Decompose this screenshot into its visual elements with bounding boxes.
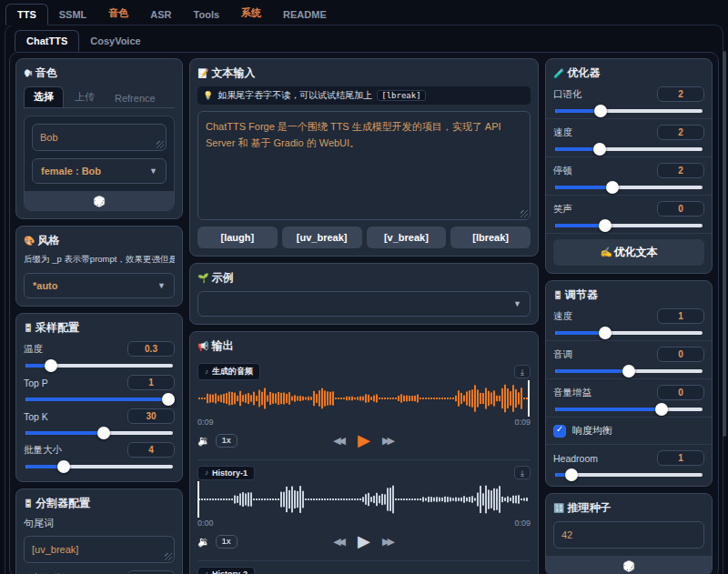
tab-system[interactable]: 系统: [230, 2, 272, 25]
resize-handle-icon[interactable]: [157, 141, 164, 148]
v-break-token-button[interactable]: [v_break]: [367, 227, 447, 248]
testtube-icon: 🧪: [553, 68, 564, 78]
tab-asr[interactable]: ASR: [139, 5, 182, 25]
middle-column: 📝 文本输入 💡 如果尾字吞字不读，可以试试结尾加上 [lbreak] Chat…: [189, 58, 539, 571]
audio-label-chip: ♪ History-1: [197, 466, 255, 480]
tab-tools[interactable]: Tools: [183, 5, 231, 25]
chattts-panel: 🗣 音色 选择 上传 Refrence Bob female : Bob ▼: [9, 52, 719, 574]
volume-gain-value[interactable]: 0: [657, 385, 704, 400]
lbreak-token-button[interactable]: [lbreak]: [450, 227, 531, 248]
slider-knob[interactable]: [593, 143, 606, 156]
scrollbar[interactable]: [723, 51, 726, 437]
batch-size-value[interactable]: 4: [127, 442, 175, 458]
play-button[interactable]: ▶: [358, 531, 370, 551]
playback-speed-button[interactable]: 1x: [216, 535, 238, 549]
style-dropdown[interactable]: *auto ▼: [24, 273, 175, 298]
dice-icon: 🎲: [622, 560, 635, 571]
slider-knob[interactable]: [565, 468, 578, 481]
tab-chattts[interactable]: ChatTTS: [15, 30, 79, 52]
split-threshold-slider: 分割阈值 100: [24, 570, 175, 574]
headroom-slider: Headroom 1: [553, 450, 704, 477]
seed-input[interactable]: 42: [553, 521, 704, 549]
main-tab-bar: TTS SSML 音色 ASR Tools 系统 README: [0, 0, 728, 25]
volume-icon[interactable]: 🔉: [197, 435, 210, 447]
slider-knob[interactable]: [599, 327, 612, 339]
slider-knob[interactable]: [97, 427, 110, 439]
resize-handle-icon[interactable]: [165, 553, 172, 560]
slider-knob[interactable]: [599, 219, 612, 232]
slider-knob[interactable]: [622, 365, 635, 378]
speed-opt-value[interactable]: 2: [657, 125, 704, 140]
loudness-eq-checkbox-row: 响度均衡: [553, 424, 704, 438]
knobs-icon: 🎛: [553, 290, 562, 300]
examples-dropdown[interactable]: ▼: [197, 291, 531, 317]
bulb-icon: 💡: [203, 91, 213, 100]
top-k-slider: Top K 30: [24, 408, 175, 435]
slider-knob[interactable]: [162, 393, 175, 406]
random-seed-button[interactable]: 🎲: [546, 556, 712, 574]
tab-readme[interactable]: README: [272, 5, 338, 25]
playhead-cursor[interactable]: [528, 380, 530, 417]
uv-break-token-button[interactable]: [uv_break]: [282, 227, 362, 248]
lbreak-code: [lbreak]: [377, 90, 425, 101]
slider-knob[interactable]: [655, 403, 668, 416]
laugh-token-button[interactable]: [laugh]: [197, 227, 278, 248]
tab-ssml[interactable]: SSML: [48, 5, 98, 25]
time-current: 0:09: [197, 418, 214, 427]
audio-label-chip: ♪ History-2: [197, 567, 255, 574]
text-input-card: 📝 文本输入 💡 如果尾字吞字不读，可以试试结尾加上 [lbreak] Chat…: [189, 58, 539, 257]
style-hint-text: 后缀为 _p 表示带prompt，效果更强但是影响质量: [24, 254, 175, 266]
voice-tab-select[interactable]: 选择: [24, 86, 64, 107]
voice-tab-upload[interactable]: 上传: [66, 87, 104, 107]
download-button[interactable]: ⤓: [514, 365, 531, 378]
temperature-slider: 温度 0.3: [24, 341, 175, 368]
seedling-icon: 🌱: [197, 273, 208, 283]
top-p-value[interactable]: 1: [127, 375, 175, 390]
splitter-card: 🎛 分割器配置 句尾词 [uv_break] 分割阈值 100: [15, 488, 183, 574]
volume-icon[interactable]: 🔉: [197, 536, 210, 548]
tab-voice[interactable]: 音色: [97, 2, 139, 25]
optimize-text-button[interactable]: ✍️优化文本: [553, 239, 704, 266]
skip-back-icon[interactable]: ◀◀: [333, 536, 346, 548]
tab-tts[interactable]: TTS: [5, 4, 48, 25]
oral-slider: 口语化 2: [553, 86, 704, 113]
resize-handle-icon[interactable]: [521, 210, 528, 217]
playback-speed-button[interactable]: 1x: [216, 434, 238, 448]
token-buttons: [laugh] [uv_break] [v_break] [lbreak]: [197, 227, 531, 248]
style-card: 🎨 风格 后缀为 _p 表示带prompt，效果更强但是影响质量 *auto ▼: [15, 226, 183, 307]
adjuster-card: 🎛 调节器 速度 1 音调 0: [545, 280, 713, 487]
time-total: 0:09: [514, 519, 531, 528]
skip-back-icon[interactable]: ◀◀: [333, 435, 346, 447]
speed-adj-value[interactable]: 1: [657, 308, 704, 324]
random-voice-button[interactable]: 🎲: [25, 191, 174, 210]
slider-knob[interactable]: [45, 359, 57, 372]
temperature-value[interactable]: 0.3: [127, 341, 175, 357]
slider-knob[interactable]: [57, 460, 70, 473]
voice-tabs: 选择 上传 Refrence: [24, 86, 175, 108]
download-button[interactable]: ⤓: [514, 466, 531, 479]
tab-cosyvoice[interactable]: CosyVoice: [79, 31, 151, 51]
playhead-cursor[interactable]: [197, 481, 199, 518]
waveform[interactable]: [197, 481, 531, 518]
break-value[interactable]: 2: [657, 163, 704, 178]
play-button[interactable]: ▶: [358, 430, 370, 450]
pitch-value[interactable]: 0: [657, 347, 704, 362]
split-threshold-value[interactable]: 100: [127, 570, 175, 574]
headroom-value[interactable]: 1: [657, 450, 704, 466]
loudness-eq-checkbox[interactable]: [553, 425, 566, 438]
voice-name-input[interactable]: Bob: [32, 124, 167, 151]
tts-text-input[interactable]: ChatTTS Forge 是一个围绕 TTS 生成模型开发的项目，实现了 AP…: [197, 111, 531, 220]
dice-icon: 🎲: [93, 196, 106, 206]
eos-input[interactable]: [uv_break]: [24, 536, 175, 563]
voice-select-dropdown[interactable]: female : Bob ▼: [32, 158, 167, 184]
skip-forward-icon[interactable]: ▶▶: [382, 435, 395, 447]
slider-knob[interactable]: [606, 181, 619, 194]
slider-knob[interactable]: [594, 105, 607, 117]
oral-value[interactable]: 2: [657, 86, 704, 102]
skip-forward-icon[interactable]: ▶▶: [382, 536, 395, 548]
laugh-value[interactable]: 0: [657, 201, 704, 217]
voice-tab-reference[interactable]: Refrence: [106, 90, 165, 107]
volume-gain-slider: 音量增益 0: [553, 385, 704, 411]
waveform[interactable]: [197, 380, 531, 417]
top-k-value[interactable]: 30: [127, 408, 175, 424]
